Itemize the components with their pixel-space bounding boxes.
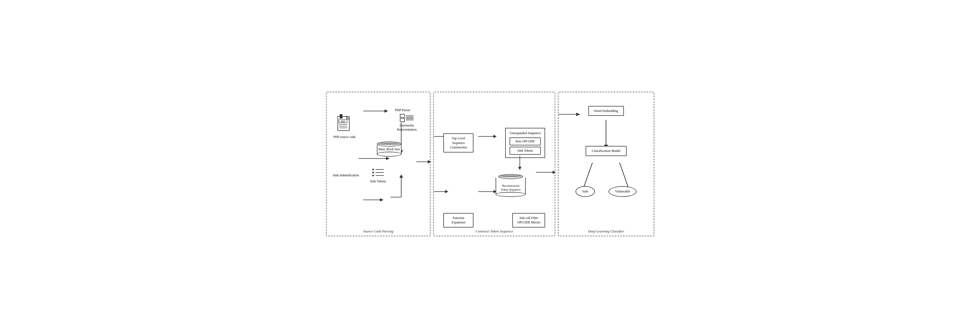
svg-text:PHP: PHP	[341, 120, 345, 123]
basic-block-sets: Basic Block Sets	[377, 139, 401, 159]
unexpanded-label: Unexpanded Sequence	[509, 131, 541, 135]
basic-block-sets-label: Basic Block Sets	[377, 147, 401, 151]
sink-identification-label: Sink Indentification	[333, 173, 359, 178]
word-embedding-box: Word Embedding	[588, 106, 624, 116]
php-parser-label: PHP Parser	[395, 108, 410, 112]
panel-deep-learning-classifier: Word Embedding Classification Model Safe…	[558, 92, 654, 236]
php-source-icon: PHP	[337, 114, 352, 133]
sink-tokens-p2-box: Sink Tokens	[509, 147, 541, 155]
svg-rect-15	[340, 114, 342, 118]
raw-opcode-box: Raw OPCODE	[509, 138, 541, 146]
svg-marker-7	[380, 198, 383, 202]
safe-ellipse: Safe	[576, 186, 595, 197]
reconstructed-token-sequence: Reconstructed Token Sequence	[496, 172, 526, 199]
diagram-container: PHP PHP source code PHP Parser	[326, 92, 654, 236]
svg-marker-34	[553, 171, 556, 174]
panel-2-layout: Top Level Sequence Construction Unexpand…	[438, 98, 550, 227]
panel-2-label: Construct Token Sequence	[476, 229, 513, 234]
panel-1-label: Source Code Parsing	[363, 229, 394, 234]
panel-3-label: Deep Learning Classifier	[588, 229, 624, 234]
panel-3-layout: Word Embedding Classification Model Safe…	[563, 98, 649, 197]
panel-source-code-parsing: PHP PHP source code PHP Parser	[326, 92, 431, 236]
unexpanded-sequence-box: Unexpanded Sequence Raw OPCODE Sink Toke…	[505, 128, 545, 158]
panel-1-layout: PHP PHP source code PHP Parser	[331, 98, 426, 184]
svg-marker-12	[428, 160, 431, 163]
intermedia-label: Intermedia Representation	[393, 123, 420, 132]
sink-tokens-label: Sink Tokens	[370, 179, 386, 184]
sub-call-filter-box: Sub-call Filter OPCODE Blocks	[512, 213, 545, 227]
php-source-label: PHP source code	[333, 135, 356, 139]
classification-model-box: Classification Model	[585, 146, 627, 156]
top-level-box: Top Level Sequence Construction	[443, 133, 474, 152]
panel-construct-token-sequence: Top Level Sequence Construction Unexpand…	[433, 92, 555, 236]
vulnerable-ellipse: Vulnerable	[609, 186, 637, 197]
ir-icon	[400, 114, 414, 122]
function-expansion-box: Function Expansion	[443, 213, 474, 227]
reconstructed-label: Reconstructed Token Sequence	[496, 180, 525, 192]
sink-tokens-icon	[371, 167, 385, 178]
